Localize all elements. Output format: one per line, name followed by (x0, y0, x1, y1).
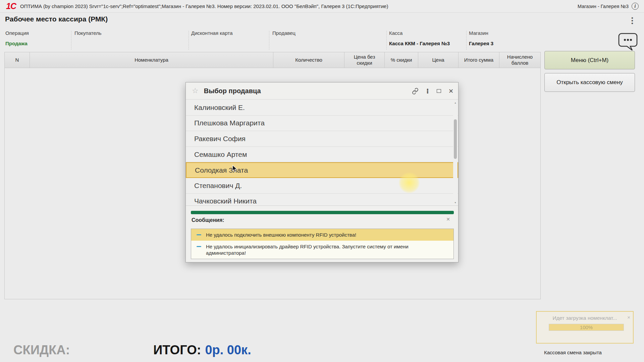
loading-progress-bar: 100% (549, 324, 624, 331)
col-total-sum: Итого сумма (459, 52, 499, 68)
field-operation-value[interactable]: Продажа (5, 41, 29, 47)
message-item[interactable]: Не удалось инициализировать драйвер RFID… (191, 241, 453, 259)
col-price-no-discount: Цена без скидки (344, 52, 385, 68)
app-title-bar: 1С ОПТИМА (by champion 2023) Srvr="1c-se… (0, 0, 644, 13)
field-cashbox-value[interactable]: Касса ККМ - Галерея №3 (389, 41, 450, 47)
field-separator (269, 31, 269, 50)
menu-button[interactable]: Меню (Ctrl+M) (544, 51, 635, 69)
col-price: Цена (418, 52, 459, 68)
maximize-icon[interactable] (437, 89, 441, 93)
message-dash-icon (197, 246, 201, 247)
dialog-kebab-icon[interactable]: ••• (426, 88, 429, 94)
dialog-title: Выбор продавца (204, 87, 261, 95)
seller-select-dialog: ☆ Выбор продавца ••• ✕ Калиновский Е. Пл… (185, 82, 459, 262)
total-block: ИТОГО: 0р. 00к. (153, 343, 251, 357)
favorite-star-icon[interactable]: ☆ (192, 86, 199, 95)
scroll-down-icon[interactable]: ▼ (453, 201, 458, 205)
shift-status: Кассовая смена закрыта (544, 350, 602, 355)
dialog-title-bar: ☆ Выбор продавца ••• ✕ (186, 82, 458, 100)
seller-list-item[interactable]: Плешкова Маргарита (186, 116, 458, 131)
loading-progress-value: 100% (549, 324, 624, 330)
field-customer-value[interactable] (74, 41, 102, 47)
field-operation: Операция Продажа (5, 30, 29, 47)
form-menu-kebab-icon[interactable]: ••• (630, 17, 635, 25)
progress-bar-green (191, 211, 454, 214)
link-icon[interactable] (412, 88, 419, 95)
seller-list-item[interactable]: Чачковский Никита (186, 194, 458, 206)
close-icon[interactable]: ✕ (448, 87, 453, 95)
field-operation-label: Операция (5, 30, 29, 36)
message-dash-icon (197, 234, 201, 235)
message-text: Не удалось инициализировать драйвер RFID… (206, 243, 427, 256)
seller-list-item[interactable]: Степанович Д. (186, 178, 458, 194)
field-store: Магазин Галерея 3 (469, 30, 493, 47)
seller-list-item[interactable]: Семашко Артем (186, 147, 458, 163)
field-separator (189, 31, 189, 50)
field-discount-card-value[interactable] (191, 41, 232, 47)
rmk-screen: 1С ОПТИМА (by champion 2023) Srvr="1c-se… (0, 0, 644, 362)
message-text: Не удалось подключить внешнюю компоненту… (206, 232, 356, 238)
col-points: Начислено баллов (499, 52, 540, 68)
messages-close-icon[interactable]: ✕ (446, 217, 450, 222)
page-title: Рабочее место кассира (РМК) (5, 15, 108, 23)
field-separator (71, 31, 71, 50)
field-discount-card: Дисконтная карта (191, 30, 232, 47)
messages-panel: Не удалось подключить внешнюю компоненту… (191, 229, 454, 259)
discount-label: СКИДКА: (13, 343, 70, 357)
field-store-label: Магазин (469, 30, 493, 36)
info-icon[interactable]: i (632, 3, 639, 10)
scroll-up-icon[interactable]: ▲ (453, 101, 458, 105)
messages-header: Сообщения: (192, 217, 224, 223)
seller-list: Калиновский Е. Плешкова Маргарита Ракеви… (186, 100, 458, 206)
field-separator (466, 31, 467, 50)
field-cashbox: Касса Касса ККМ - Галерея №3 (389, 30, 450, 47)
field-separator (386, 31, 387, 50)
col-discount-percent: % скидки (385, 52, 418, 68)
store-label: Магазин - Галерея №3 (578, 4, 629, 9)
field-cashbox-label: Касса (389, 30, 450, 36)
col-n: N (5, 52, 30, 68)
messages-bubble-icon[interactable] (618, 32, 638, 54)
field-customer-label: Покупатель (74, 30, 102, 36)
loading-notification-title: Идет загрузка номенклат... (537, 315, 633, 321)
field-seller: Продавец (272, 30, 296, 47)
open-shift-button[interactable]: Открыть кассовую смену (544, 73, 635, 92)
total-value: 0р. 00к. (205, 343, 251, 357)
notification-close-icon[interactable]: × (627, 314, 630, 320)
field-seller-value[interactable] (272, 41, 296, 47)
seller-list-item[interactable]: Ракевич София (186, 131, 458, 147)
1c-logo-icon: 1С (6, 1, 16, 11)
message-item-warning[interactable]: Не удалось подключить внешнюю компоненту… (191, 229, 453, 241)
loading-notification: Идет загрузка номенклат... × 100% (536, 311, 634, 344)
field-store-value[interactable]: Галерея 3 (469, 41, 493, 47)
scrollbar-thumb[interactable] (454, 119, 457, 159)
items-table-header: N Номенклатура Количество Цена без скидк… (5, 52, 540, 68)
seller-list-item-selected[interactable]: Солодкая Злата (186, 162, 458, 178)
seller-list-item[interactable]: Калиновский Е. (186, 100, 458, 116)
list-scrollbar[interactable]: ▲ ▼ (453, 101, 458, 205)
field-seller-label: Продавец (272, 30, 296, 36)
field-customer: Покупатель (74, 30, 102, 47)
total-label: ИТОГО: (153, 343, 201, 357)
col-quantity: Количество (273, 52, 344, 68)
col-nomenclature: Номенклатура (30, 52, 273, 68)
field-discount-card-label: Дисконтная карта (191, 30, 232, 36)
app-title: ОПТИМА (by champion 2023) Srvr="1c-serv"… (20, 3, 388, 9)
